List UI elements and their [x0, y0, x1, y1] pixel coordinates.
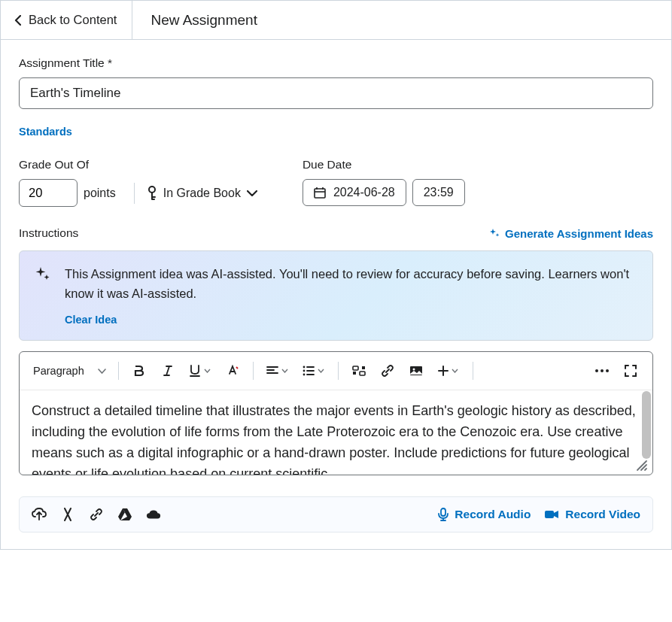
grade-out-of-input[interactable] [19, 179, 78, 207]
svg-point-0 [149, 187, 155, 193]
record-audio-label: Record Audio [455, 508, 531, 521]
page-title: New Assignment [132, 1, 275, 39]
image-button[interactable] [403, 358, 429, 384]
align-button[interactable] [261, 358, 294, 384]
due-date-label: Due Date [303, 158, 465, 171]
paragraph-format-label: Paragraph [33, 365, 84, 377]
assignment-title-label: Assignment Title * [19, 56, 653, 70]
microphone-icon [438, 508, 449, 521]
resize-handle-icon[interactable] [636, 460, 648, 472]
toolbar-separator [253, 362, 254, 380]
scrollbar-thumb[interactable] [642, 391, 651, 459]
toolbar-separator [473, 362, 473, 380]
standards-link[interactable]: Standards [19, 126, 72, 138]
back-to-content-link[interactable]: Back to Content [1, 1, 132, 39]
attachment-bar: Record Audio Record Video [19, 496, 653, 532]
list-button[interactable] [297, 358, 330, 384]
svg-rect-7 [353, 372, 356, 375]
header-bar: Back to Content New Assignment [1, 1, 671, 40]
svg-rect-14 [441, 508, 445, 516]
key-icon [147, 186, 157, 201]
sparkle-icon [35, 266, 51, 283]
insert-more-button[interactable] [432, 358, 465, 384]
svg-rect-5 [353, 366, 358, 370]
calendar-icon [314, 187, 326, 199]
svg-point-11 [595, 369, 598, 372]
chevron-left-icon [14, 15, 21, 26]
insert-quicklink-button[interactable] [346, 358, 372, 384]
bold-button[interactable] [126, 358, 152, 384]
gradebook-label: In Grade Book [163, 187, 241, 200]
clear-idea-button[interactable]: Clear Idea [65, 314, 117, 326]
onedrive-button[interactable] [146, 508, 161, 521]
generate-ideas-button[interactable]: Generate Assignment Ideas [488, 227, 653, 240]
svg-point-3 [303, 370, 306, 372]
ai-notice-banner: This Assignment idea was AI-assisted. Yo… [19, 250, 653, 341]
svg-rect-6 [360, 372, 365, 375]
record-audio-button[interactable]: Record Audio [438, 508, 531, 521]
svg-point-4 [303, 374, 306, 376]
more-options-button[interactable] [589, 358, 615, 384]
text-color-button[interactable] [220, 358, 245, 384]
chevron-down-icon [247, 190, 257, 196]
video-camera-icon [544, 509, 559, 520]
svg-point-10 [412, 369, 415, 371]
editor-content-area[interactable]: Construct a detailed timeline that illus… [20, 390, 652, 475]
assignment-editor-panel: Back to Content New Assignment Assignmen… [0, 0, 672, 550]
paragraph-format-select[interactable]: Paragraph [29, 362, 111, 380]
fullscreen-button[interactable] [618, 358, 643, 384]
record-video-label: Record Video [565, 508, 640, 521]
due-date-value: 2024-06-28 [333, 186, 395, 199]
due-time-picker[interactable]: 23:59 [412, 179, 465, 206]
svg-rect-15 [545, 511, 554, 518]
assignment-title-input[interactable] [19, 77, 653, 109]
instructions-label: Instructions [19, 226, 78, 240]
points-label: points [84, 187, 116, 200]
chevron-down-icon [318, 369, 324, 373]
svg-point-13 [606, 369, 609, 372]
link-attach-button[interactable] [89, 508, 104, 521]
toolbar-separator [118, 362, 119, 380]
gradebook-dropdown[interactable]: In Grade Book [147, 186, 257, 201]
italic-button[interactable] [155, 358, 181, 384]
quicklink-attach-button[interactable] [60, 508, 75, 521]
record-video-button[interactable]: Record Video [544, 508, 640, 521]
chevron-down-icon [204, 369, 211, 373]
editor-toolbar: Paragraph [20, 352, 652, 390]
back-label: Back to Content [29, 13, 117, 27]
svg-rect-1 [315, 189, 325, 198]
upload-button[interactable] [32, 508, 47, 521]
chevron-down-icon [281, 369, 288, 373]
chevron-down-icon [98, 369, 106, 374]
svg-point-2 [303, 366, 306, 369]
svg-point-12 [601, 369, 604, 372]
generate-ideas-label: Generate Assignment Ideas [505, 227, 653, 240]
grade-label: Grade Out Of [19, 158, 257, 171]
chevron-down-icon [452, 369, 458, 373]
due-date-picker[interactable]: 2024-06-28 [303, 179, 406, 206]
due-time-value: 23:59 [424, 186, 454, 199]
ai-notice-text: This Assignment idea was AI-assisted. Yo… [65, 265, 637, 303]
sparkle-icon [488, 227, 500, 239]
link-button[interactable] [375, 358, 400, 384]
underline-button[interactable] [184, 358, 217, 384]
rich-text-editor: Paragraph [19, 351, 653, 475]
toolbar-separator [338, 362, 339, 380]
svg-rect-8 [362, 366, 365, 369]
google-drive-button[interactable] [117, 508, 132, 521]
divider [134, 183, 135, 204]
